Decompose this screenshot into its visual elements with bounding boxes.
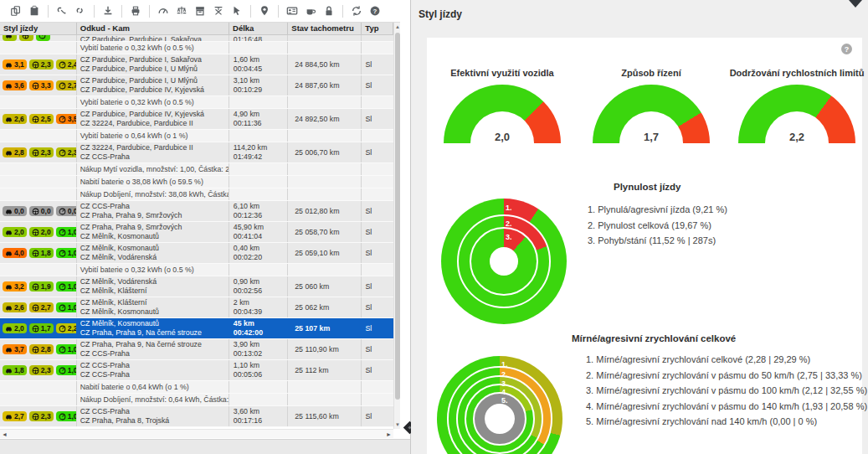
driving-style-badge: 3,5 [56, 114, 77, 124]
style-badges-cell: 3,21,91,0 [0, 276, 77, 297]
odometer-cell: 25 107 km [288, 318, 362, 338]
trip-duration: 01:49:42 [234, 152, 287, 162]
empty-cell [288, 394, 362, 405]
trip-row[interactable]: 1,82,31,0CZ CCS-PrahaCZ CCS-Praha1,10 km… [0, 360, 393, 381]
event-row[interactable]: Nákup Mytí vozidla, množství: 1,00, Část… [0, 163, 393, 176]
route-from: CZ Pardubice, Pardubice IV, Kyjevská [80, 110, 229, 119]
trip-row[interactable]: 2,72,31,0CZ CCS-PrahaCZ Praha, Praha 8, … [0, 406, 393, 427]
trip-row[interactable]: 2,82,32,3CZ 32224, Pardubice, Pardubice … [0, 142, 393, 163]
legend-item: 5. Mírné/agresivní zrychlování nad 140 k… [586, 414, 867, 430]
empty-cell [0, 96, 77, 108]
trip-duration: 00:10:29 [234, 85, 287, 95]
map-pin-icon[interactable] [255, 3, 274, 19]
event-row[interactable]: Vybití baterie o 0,32 kWh (o 0.5 %) [0, 264, 393, 276]
speedometer-icon[interactable] [154, 3, 172, 19]
trip-duration: 01:16:48 [234, 35, 287, 41]
cursor-click-icon[interactable] [228, 3, 246, 19]
legend-item: 2. Plynulost celková (19,67 %) [588, 218, 727, 234]
archive-box-icon[interactable] [191, 3, 209, 19]
print-icon[interactable] [126, 3, 145, 19]
trip-distance: 4,90 km [234, 110, 287, 119]
help-icon[interactable]: ? [841, 44, 852, 54]
trip-row[interactable]: 3,12,32,4CZ Pardubice, Pardubice I, Saka… [0, 54, 393, 75]
length-cell: 3,60 km00:17:16 [229, 406, 288, 426]
trip-distance: 45,90 km [234, 223, 287, 232]
ring-label: 4. [501, 388, 508, 396]
trip-row[interactable]: 3,72,81,0CZ Praha, Praha 9, Na černé str… [0, 339, 393, 360]
route-from: CZ Pardubice, Pardubice I, U Mlýnů [80, 76, 229, 85]
driving-style-badge: 1,0 [56, 227, 77, 237]
copy-icon[interactable] [7, 3, 25, 19]
sync-settings-icon[interactable] [347, 3, 366, 19]
driving-style-badge: 2,0 [3, 323, 27, 333]
id-card-icon[interactable] [283, 3, 301, 19]
signal-mast-icon[interactable] [209, 3, 228, 19]
collapse-panel-icon[interactable] [849, 0, 862, 8]
badge-value: 0,0 [41, 207, 51, 215]
column-header-2[interactable]: Odkud - Kam [77, 23, 229, 34]
route-from: CZ Mělník, Vodárenská [80, 277, 229, 286]
route-to: CZ CCS-Praha [80, 152, 229, 162]
trip-row[interactable]: 2,62,71,0CZ Mělník, KlášterníCZ Mělník, … [0, 297, 393, 318]
link-icon[interactable] [71, 3, 90, 19]
trip-row[interactable]: 2,62,53,5CZ Pardubice, Pardubice IV, Kyj… [0, 109, 393, 130]
trip-row[interactable]: 4,01,81,0CZ Mělník, KosmonautůCZ Mělník,… [0, 243, 393, 264]
column-header-5[interactable]: Typ [362, 23, 393, 34]
trip-distance: 45 km [234, 319, 287, 328]
coffee-cup-icon[interactable] [301, 3, 320, 19]
trip-row-selected[interactable]: 2,01,72,2CZ Mělník, KosmonautůCZ Praha, … [0, 318, 393, 339]
scroll-left-icon[interactable]: ◄ [2, 431, 8, 438]
style-badges-cell: 2,82,32,3 [0, 142, 77, 163]
route-to: CZ Mělník, Klášterní [80, 286, 229, 296]
column-header-3[interactable]: Délka [229, 23, 288, 34]
column-header-4[interactable]: Stav tachometru [288, 23, 362, 34]
gauge-value: 2,0 [444, 131, 561, 143]
event-row[interactable]: Nabití baterie o 38,08 kWh (o 59.5 %) [0, 176, 393, 188]
trip-row[interactable]: 3,21,91,0CZ Mělník, VodárenskáCZ Mělník,… [0, 276, 393, 297]
event-row[interactable]: Vybití baterie o 0,32 kWh (o 0.5 %) [0, 42, 393, 54]
length-cell: 114,20 km01:49:42 [229, 142, 288, 163]
trip-row[interactable]: 2,02,01,0CZ Praha, Praha 9, SmržovýchCZ … [0, 222, 393, 243]
horizontal-scrollbar[interactable]: ◄ ► [0, 429, 393, 438]
odometer-cell: 25 112 km [288, 360, 362, 380]
trip-row[interactable]: 3,63,32,7CZ Pardubice, Pardubice I, U Ml… [0, 75, 393, 96]
scroll-up-icon[interactable]: ▲ [394, 23, 401, 30]
trip-row[interactable]: CZ Pardubice, Pardubice I, Sakařova01:16… [0, 35, 393, 42]
style-badges-cell: 2,62,71,0 [0, 297, 77, 317]
help-icon[interactable]: ? [366, 3, 384, 19]
scroll-down-icon[interactable]: ▼ [394, 421, 401, 428]
route-to: CZ Mělník, Vodárenská [80, 253, 229, 262]
trip-distance: 3,90 km [234, 340, 287, 349]
event-row[interactable]: Nákup Dobíjení, množství: 0,64 kWh, Část… [0, 394, 393, 406]
badge-value: 1,0 [68, 228, 77, 236]
scales-icon[interactable] [172, 3, 191, 19]
ring-hole [490, 247, 518, 276]
style-badges-cell [0, 35, 77, 41]
event-row[interactable]: Vybití baterie o 0,32 kWh (o 0.5 %) [0, 96, 393, 109]
download-icon[interactable] [99, 3, 117, 19]
driving-style-badge: 3,6 [3, 80, 27, 90]
event-row[interactable]: Nabití baterie o 0,64 kWh (o 1 %) [0, 381, 393, 394]
event-row[interactable]: Nákup Dobíjení, množství: 38,08 kWh, Čás… [0, 188, 393, 201]
link-add-icon[interactable] [53, 3, 71, 19]
driving-style-badge [3, 35, 17, 41]
driving-style-badge: 1,0 [56, 411, 77, 421]
route-cell: CZ Pardubice, Pardubice I, Sakařova [77, 35, 229, 41]
lock-icon[interactable] [320, 3, 338, 19]
gauge-title: Dodržování rychlostních limitů [671, 68, 868, 78]
vertical-scrollbar-thumb[interactable] [395, 33, 400, 400]
driving-style-panel: Styl jízdy ? Efektivní využití vozidla2,… [411, 0, 868, 454]
trip-row[interactable]: 0,00,00,0CZ CCS-PrahaCZ Praha, Praha 9, … [0, 201, 393, 222]
vertical-scrollbar[interactable]: ▲ ▼ [393, 23, 400, 429]
column-header-1[interactable]: Styl jízdy [0, 23, 77, 34]
route-cell: CZ Pardubice, Pardubice IV, KyjevskáCZ 3… [77, 109, 229, 129]
ring-chart: 1.2.3. [441, 199, 567, 324]
paste-icon[interactable] [25, 3, 44, 19]
event-row[interactable]: Vybití baterie o 0,64 kWh (o 1 %) [0, 130, 393, 142]
empty-cell [362, 42, 393, 54]
scroll-right-icon[interactable]: ► [386, 431, 392, 438]
empty-cell [362, 176, 393, 188]
length-cell: 45,90 km00:41:04 [229, 222, 288, 242]
legend-item: 2. Mírné/agresivní zrychlování v pásmu d… [586, 368, 867, 384]
badge-value: 2,0 [41, 228, 51, 236]
